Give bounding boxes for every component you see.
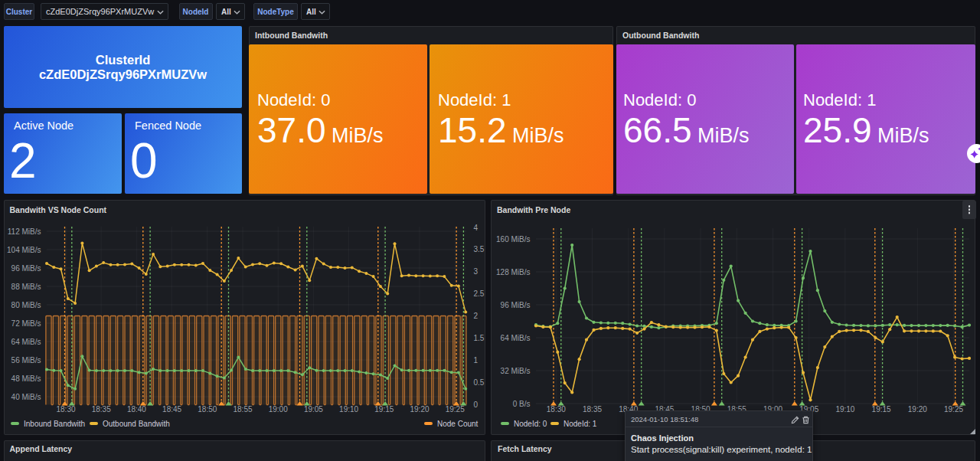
svg-text:128 MiB/s: 128 MiB/s xyxy=(496,268,530,276)
svg-text:19:20: 19:20 xyxy=(410,405,429,414)
svg-text:72 MiB/s: 72 MiB/s xyxy=(11,319,41,328)
svg-text:2.5: 2.5 xyxy=(474,289,485,298)
svg-text:112 MiB/s: 112 MiB/s xyxy=(8,227,41,236)
svg-text:0 B/s: 0 B/s xyxy=(513,400,531,408)
svg-text:160 MiB/s: 160 MiB/s xyxy=(496,235,530,244)
svg-text:19:25: 19:25 xyxy=(446,405,465,414)
svg-text:19:05: 19:05 xyxy=(304,405,323,414)
svg-text:0.5: 0.5 xyxy=(474,378,485,387)
svg-text:1.5: 1.5 xyxy=(474,334,485,342)
svg-text:18:35: 18:35 xyxy=(583,405,602,414)
svg-text:56 MiB/s: 56 MiB/s xyxy=(11,356,41,365)
svg-text:104 MiB/s: 104 MiB/s xyxy=(7,246,41,254)
svg-text:80 MiB/s: 80 MiB/s xyxy=(11,301,41,309)
svg-text:18:45: 18:45 xyxy=(162,405,181,414)
svg-text:96 MiB/s: 96 MiB/s xyxy=(11,264,41,273)
svg-text:19:10: 19:10 xyxy=(835,405,854,414)
svg-text:3.5: 3.5 xyxy=(474,245,485,253)
svg-text:64 MiB/s: 64 MiB/s xyxy=(501,334,531,342)
svg-text:3: 3 xyxy=(474,267,479,276)
svg-text:64 MiB/s: 64 MiB/s xyxy=(11,338,41,346)
svg-text:19:15: 19:15 xyxy=(872,405,891,414)
svg-text:19:15: 19:15 xyxy=(374,405,394,414)
svg-text:32 MiB/s: 32 MiB/s xyxy=(501,367,531,375)
svg-text:19:20: 19:20 xyxy=(908,405,927,414)
svg-text:18:30: 18:30 xyxy=(547,405,566,414)
svg-text:19:00: 19:00 xyxy=(269,405,288,414)
svg-text:18:40: 18:40 xyxy=(127,405,146,414)
svg-text:4: 4 xyxy=(474,224,479,232)
svg-text:96 MiB/s: 96 MiB/s xyxy=(501,301,531,309)
svg-text:2: 2 xyxy=(474,312,479,320)
svg-text:0: 0 xyxy=(474,401,479,409)
svg-text:88 MiB/s: 88 MiB/s xyxy=(11,283,41,291)
svg-text:1: 1 xyxy=(474,356,479,365)
svg-text:18:30: 18:30 xyxy=(56,405,75,414)
svg-text:40 MiB/s: 40 MiB/s xyxy=(11,393,41,401)
svg-text:19:25: 19:25 xyxy=(944,405,963,414)
svg-text:18:35: 18:35 xyxy=(92,405,111,414)
svg-text:19:10: 19:10 xyxy=(339,405,358,414)
svg-text:48 MiB/s: 48 MiB/s xyxy=(11,374,41,383)
svg-text:18:50: 18:50 xyxy=(198,405,217,414)
svg-text:18:55: 18:55 xyxy=(233,405,252,414)
